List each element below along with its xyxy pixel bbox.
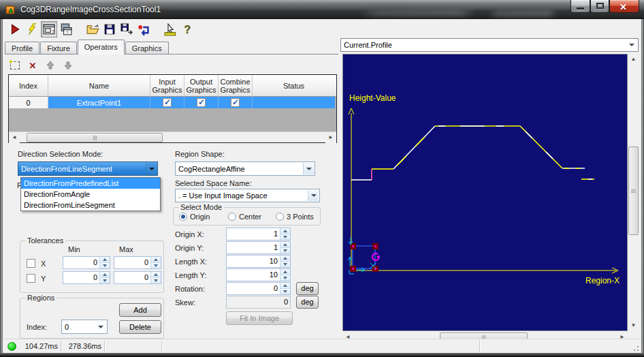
spin-down-button[interactable] [280,234,290,240]
column-header-status[interactable]: Status [253,75,335,96]
titlebar[interactable]: Cog3DRangeImageCrossSectionTool1 ✕ [0,0,644,19]
table-horizontal-scrollbar[interactable]: ◄ ► [9,131,336,142]
column-header-combine-graphics[interactable]: Combine Graphics [219,75,253,96]
dropdown-option[interactable]: DirectionFromPredefinedList [21,178,160,189]
combine-graphics-checkbox[interactable] [231,98,240,107]
dropdown-option[interactable]: DirectionFromLineSegment [21,200,160,211]
display-vertical-scrollbar[interactable]: ▲ ▼ [628,54,639,331]
column-header-output-graphics[interactable]: Output Graphics [184,75,219,96]
tab-fixture[interactable]: Fixture [40,42,77,55]
tab-profile[interactable]: Profile [5,42,39,55]
scroll-thumb[interactable] [27,133,163,142]
resize-grip[interactable] [631,343,639,352]
rotation-deg-button[interactable]: deg [296,282,319,295]
column-header-index[interactable]: Index [9,75,48,96]
spin-down-button[interactable] [280,288,290,294]
spin-down-button[interactable] [151,277,161,283]
spin-up-button[interactable] [280,228,290,234]
tolerance-x-max-spinner[interactable]: 0 [114,256,161,269]
display-source-combobox[interactable]: Current.Profile [340,38,639,52]
scroll-right-arrow[interactable]: ► [325,132,336,143]
table-row[interactable]: 0 ExtractPoint1 [9,97,336,108]
skew-deg-button[interactable]: deg [296,296,319,309]
scroll-thumb[interactable] [628,146,639,235]
direction-mode-combobox[interactable]: DirectionFromLineSegment [18,161,158,176]
spin-down-button[interactable] [280,275,290,281]
spin-down-button[interactable] [280,261,290,267]
tolerance-x-min-spinner[interactable]: 0 [63,256,110,269]
profile-display[interactable]: Height-Value Region-X [342,54,628,331]
save-button[interactable] [101,21,118,37]
radio-3points[interactable]: 3 Points [276,213,314,221]
maximize-button[interactable] [590,0,609,13]
run-once-button[interactable] [24,21,40,37]
column-header-name[interactable]: Name [48,75,150,96]
spin-down-button[interactable] [151,262,161,268]
tolerance-y-min-spinner[interactable]: 0 [63,271,110,284]
input-graphics-checkbox[interactable] [163,98,172,107]
scroll-left-arrow[interactable]: ◄ [9,132,20,143]
open-file-button[interactable] [84,21,101,37]
radio-origin[interactable]: Origin [179,213,210,221]
svg-text:?: ? [51,29,54,35]
spin-up-button[interactable] [151,257,161,262]
dropdown-option[interactable]: DirectionFromAngle [21,189,160,200]
region-index-combobox[interactable]: 0 [61,320,108,334]
spin-up-button[interactable] [280,242,290,247]
tolerance-y-checkbox[interactable] [27,274,35,283]
radio-center[interactable]: Center [228,213,261,221]
region-shape-combobox[interactable]: CogRectangleAffine [175,161,315,176]
reset-button[interactable] [135,21,152,37]
origin-y-spinner[interactable]: 1 [226,241,291,254]
show-result-image-button[interactable]: ? [41,21,57,37]
length-x-spinner[interactable]: 10 [226,255,291,268]
combo-dropdown-zone[interactable] [308,190,319,201]
add-operator-button[interactable]: ✦ [9,59,21,72]
scroll-down-arrow[interactable]: ▼ [628,320,639,331]
spin-down-button[interactable] [100,262,110,268]
pixel-ruler-button[interactable] [162,21,178,37]
combo-dropdown-zone[interactable] [303,163,314,174]
length-y-spinner[interactable]: 10 [226,268,291,281]
tolerance-y-max-spinner[interactable]: 0 [114,271,161,284]
scroll-up-arrow[interactable]: ▲ [628,54,639,65]
move-up-button[interactable] [44,59,57,72]
save-as-button[interactable] [118,21,135,37]
minimize-button[interactable] [570,0,590,13]
spin-up-button[interactable] [151,272,161,277]
spin-up-button[interactable] [280,255,290,261]
close-button[interactable]: ✕ [609,0,639,13]
help-button[interactable]: ? [179,21,195,37]
move-down-button[interactable] [62,59,74,72]
run-button[interactable] [7,21,23,37]
tab-operators[interactable]: Operators [78,40,125,55]
spin-down-button[interactable] [100,277,110,283]
delete-region-button[interactable]: Delete [119,320,161,334]
add-region-button[interactable]: Add [119,303,161,317]
delete-operator-button[interactable]: ✕ [27,59,39,72]
rotation-label: Rotation: [175,285,205,293]
tolerance-x-checkbox[interactable] [27,259,35,268]
spin-up-button[interactable] [100,272,110,277]
column-header-input-graphics[interactable]: Input Graphics [150,75,184,96]
float-window-button[interactable]: ? [58,21,74,37]
spin-up-button[interactable] [280,283,290,288]
output-graphics-checkbox[interactable] [197,98,206,107]
selected-space-combobox[interactable]: . = Use Input Image Space [175,189,320,202]
rotation-spinner[interactable]: 0 [226,282,291,295]
region-corner-handles[interactable] [350,243,379,272]
add-operator-icon: ✦ [10,61,20,69]
combo-dropdown-zone[interactable] [95,321,106,332]
combo-dropdown-zone[interactable] [626,40,637,50]
profile-segment [526,131,532,138]
origin-x-spinner[interactable]: 1 [226,228,291,240]
combo-dropdown-zone[interactable] [146,163,157,174]
region-widget[interactable] [348,237,380,274]
spin-up-button[interactable] [280,269,290,275]
fit-in-image-button[interactable]: Fit In Image [226,311,293,325]
spin-down-button[interactable] [280,247,290,253]
length-x-label: Length X: [175,258,207,266]
spin-up-button[interactable] [100,257,110,262]
tab-graphics[interactable]: Graphics [125,42,169,55]
region-shape-label: Region Shape: [175,150,225,158]
